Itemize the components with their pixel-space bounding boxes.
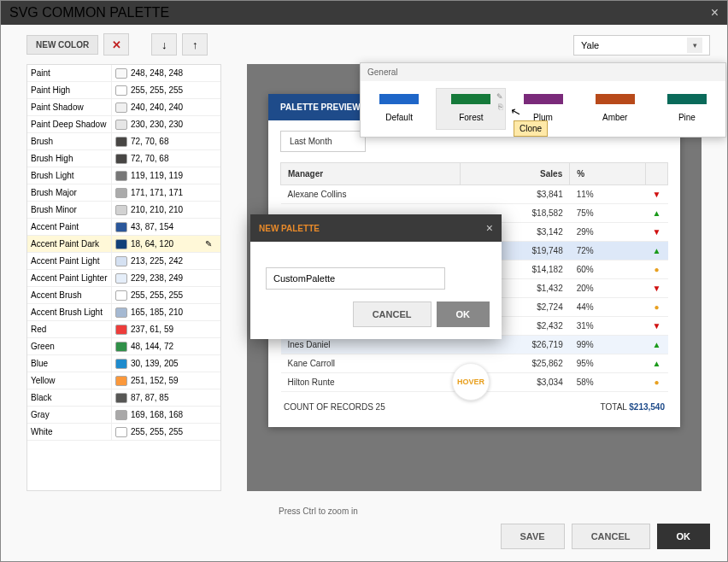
trend-icon: ● xyxy=(646,298,668,317)
color-swatch xyxy=(115,137,127,147)
color-name: Accent Paint Dark xyxy=(27,236,112,252)
color-name: Accent Paint Light xyxy=(27,253,112,269)
modal-cancel-button[interactable]: CANCEL xyxy=(353,301,432,327)
color-row[interactable]: Paint248, 248, 248 xyxy=(27,65,220,82)
color-value: 18, 64, 120 xyxy=(131,239,205,249)
color-swatch xyxy=(115,376,127,386)
col-sales[interactable]: Sales xyxy=(460,163,570,185)
palette-item-pine[interactable]: Pine xyxy=(652,88,722,130)
color-value: 255, 255, 255 xyxy=(131,427,220,436)
color-name: Paint xyxy=(27,65,112,81)
color-row[interactable]: Red237, 61, 59 xyxy=(27,321,220,338)
color-swatch xyxy=(115,205,127,215)
color-row[interactable]: Accent Paint Lighter229, 238, 249 xyxy=(27,270,220,287)
ok-button[interactable]: OK xyxy=(657,524,711,549)
cell-pct: 11% xyxy=(570,185,646,204)
window-titlebar: SVG COMMON PALETTE × xyxy=(1,1,727,25)
color-swatch xyxy=(115,171,127,181)
filter-dropdown[interactable]: Last Month xyxy=(280,131,366,152)
color-name: Accent Brush Light xyxy=(27,304,112,320)
color-row[interactable]: Paint High255, 255, 255 xyxy=(27,82,220,99)
move-up-button[interactable]: ↑ xyxy=(182,33,208,56)
color-row[interactable]: Accent Paint43, 87, 154 xyxy=(27,219,220,236)
palette-swatch xyxy=(379,94,419,104)
color-row[interactable]: Accent Brush255, 255, 255 xyxy=(27,287,220,304)
color-list[interactable]: Paint248, 248, 248Paint High255, 255, 25… xyxy=(26,64,221,491)
color-row[interactable]: Accent Paint Dark18, 64, 120✎ xyxy=(27,236,220,253)
palette-swatch xyxy=(667,94,707,104)
new-color-button[interactable]: NEW COLOR xyxy=(26,35,98,55)
modal-close-icon[interactable]: × xyxy=(486,221,493,235)
color-name: Gray xyxy=(27,407,112,423)
palette-label: Amber xyxy=(584,113,646,122)
cell-pct: 72% xyxy=(570,242,646,261)
color-row[interactable]: Brush Major171, 171, 171 xyxy=(27,184,220,202)
color-row[interactable]: Paint Shadow240, 240, 240 xyxy=(27,99,220,116)
color-row[interactable]: White255, 255, 255 xyxy=(27,424,220,441)
edit-icon[interactable]: ✎ xyxy=(496,92,503,101)
color-value: 255, 255, 255 xyxy=(131,290,220,300)
cell-pct: 31% xyxy=(570,317,646,336)
color-row[interactable]: Accent Brush Light165, 185, 210 xyxy=(27,304,220,321)
move-down-button[interactable]: ↓ xyxy=(151,33,177,56)
color-value: 230, 230, 230 xyxy=(131,120,220,129)
color-name: Green xyxy=(27,338,112,354)
color-row[interactable]: Blue30, 139, 205 xyxy=(27,355,220,372)
palette-name-input[interactable] xyxy=(266,267,445,290)
trend-icon: ▼ xyxy=(646,279,668,298)
modal-ok-button[interactable]: OK xyxy=(437,301,490,327)
color-row[interactable]: Gray169, 168, 168 xyxy=(27,407,220,424)
color-row[interactable]: Brush High72, 70, 68 xyxy=(27,150,220,167)
color-swatch xyxy=(115,307,127,318)
color-name: Blue xyxy=(27,355,112,372)
trend-icon: ● xyxy=(646,261,668,279)
color-name: Brush Light xyxy=(27,167,112,184)
color-value: 171, 171, 171 xyxy=(131,188,220,197)
color-row[interactable]: Paint Deep Shadow230, 230, 230 xyxy=(27,116,220,133)
col-pct[interactable]: % xyxy=(570,163,646,185)
cell-manager: Kane Carroll xyxy=(281,354,461,373)
color-swatch xyxy=(115,325,127,335)
palette-dropdown[interactable]: Yale ▾ xyxy=(573,35,710,56)
color-name: Brush Minor xyxy=(27,202,112,218)
color-swatch xyxy=(115,273,127,284)
clone-icon[interactable]: ⎘ xyxy=(496,102,503,111)
cancel-button[interactable]: CANCEL xyxy=(572,524,650,549)
color-value: 30, 139, 205 xyxy=(131,359,220,368)
trend-icon: ▲ xyxy=(646,354,668,373)
palette-item-forest[interactable]: Forest✎⎘ xyxy=(436,88,506,130)
color-swatch xyxy=(115,393,127,403)
color-row[interactable]: Black87, 87, 85 xyxy=(27,389,220,407)
clone-tooltip: Clone xyxy=(514,120,548,137)
palette-item-amber[interactable]: Amber xyxy=(580,88,650,130)
color-name: Brush High xyxy=(27,150,112,167)
col-manager[interactable]: Manager xyxy=(281,163,461,185)
save-button[interactable]: SAVE xyxy=(501,524,565,549)
color-swatch xyxy=(115,256,127,266)
trend-icon: ▼ xyxy=(646,223,668,242)
color-row[interactable]: Accent Paint Light213, 225, 242 xyxy=(27,253,220,270)
table-row[interactable]: Alexane Collins$3,84111%▼ xyxy=(281,185,668,204)
color-row[interactable]: Brush Light119, 119, 119 xyxy=(27,167,220,184)
color-name: Red xyxy=(27,321,112,337)
palette-item-default[interactable]: Default xyxy=(364,88,434,130)
delete-color-button[interactable]: ✕ xyxy=(103,33,129,56)
color-value: 169, 168, 168 xyxy=(131,410,220,419)
eyedropper-icon[interactable]: ✎ xyxy=(205,239,217,249)
color-row[interactable]: Brush72, 70, 68 xyxy=(27,133,220,150)
cell-pct: 20% xyxy=(570,279,646,298)
close-icon[interactable]: × xyxy=(711,5,719,20)
color-swatch xyxy=(115,85,127,96)
color-value: 213, 225, 242 xyxy=(131,256,220,266)
color-swatch xyxy=(115,290,127,301)
color-row[interactable]: Brush Minor210, 210, 210 xyxy=(27,202,220,219)
preview-title: PALETTE PREVIEW xyxy=(280,102,361,112)
color-swatch xyxy=(115,239,127,249)
hover-badge: HOVER xyxy=(452,363,490,401)
cell-pct: 29% xyxy=(570,223,646,242)
color-row[interactable]: Yellow251, 152, 59 xyxy=(27,372,220,389)
color-row[interactable]: Green48, 144, 72 xyxy=(27,338,220,355)
color-value: 87, 87, 85 xyxy=(131,393,220,402)
color-name: Black xyxy=(27,389,112,406)
color-value: 255, 255, 255 xyxy=(131,85,220,95)
